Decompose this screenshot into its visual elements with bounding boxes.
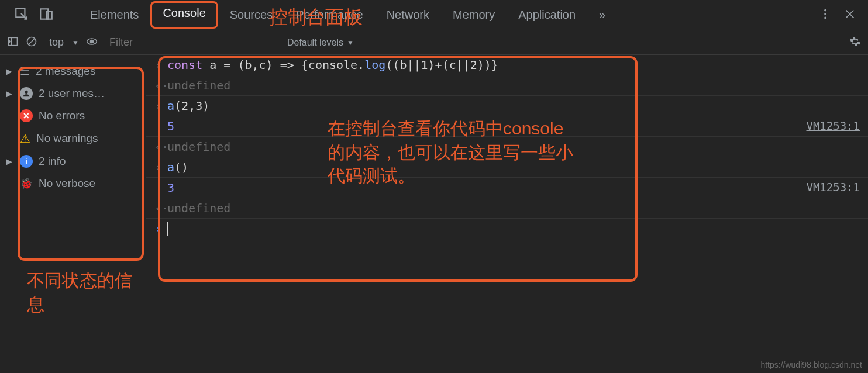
console-input-line: › const a = (b,c) => {console.log((b||1)… [146,55,868,75]
close-icon[interactable] [843,8,856,23]
tab-console[interactable]: Console [150,1,218,29]
console-log-line: 3 VM1253:1 [146,178,868,198]
sidebar-item-errors[interactable]: ✕ No errors [0,105,146,127]
settings-gear-icon[interactable] [849,36,861,50]
console-input-line: › a() [146,157,868,178]
console-prompt[interactable]: › [146,219,868,239]
warning-icon: ⚠ [20,132,30,146]
inspect-icon[interactable] [14,6,29,24]
eye-icon[interactable] [86,36,98,50]
tab-network[interactable]: Network [375,1,441,29]
console-sidebar: ▶ ☰ 2 messages ▶ 2 user mes… ✕ No errors… [0,55,146,373]
watermark: https://wudi98.blog.csdn.net [760,360,862,369]
console-output: › const a = (b,c) => {console.log((b||1)… [146,55,868,373]
console-toolbar: top ▼ Default levels ▼ [0,30,868,55]
console-return-line: ‹· undefined [146,75,868,96]
sidebar-item-label: 2 info [39,155,66,168]
context-selector[interactable]: top ▼ [44,36,79,49]
svg-point-11 [90,40,93,43]
sidebar-item-label: 2 messages [36,65,95,78]
console-input-line: › a(2,3) [146,96,868,116]
console-input[interactable] [167,222,860,236]
tab-application[interactable]: Application [507,1,587,29]
list-icon: ☰ [20,64,30,78]
source-link[interactable]: VM1253:1 [806,181,860,194]
svg-point-12 [25,91,27,94]
tab-elements[interactable]: Elements [78,1,150,29]
info-icon: i [20,155,33,168]
filter-input[interactable] [105,34,280,51]
device-toggle-icon[interactable] [39,6,54,24]
kebab-menu-icon[interactable] [819,8,832,23]
sidebar-item-verbose[interactable]: 🐞 No verbose [0,172,146,195]
sidebar-item-label: No errors [39,109,85,122]
source-link[interactable]: VM1253:1 [806,119,860,132]
console-return-line: ‹· undefined [146,137,868,157]
log-levels-selector[interactable]: Default levels ▼ [287,37,354,48]
sidebar-item-info[interactable]: ▶ i 2 info [0,150,146,172]
clear-console-icon[interactable] [26,36,37,50]
user-icon [20,87,33,100]
error-icon: ✕ [20,109,33,122]
console-return-line: ‹· undefined [146,198,868,219]
svg-point-3 [824,9,826,11]
svg-point-4 [824,13,826,15]
tab-performance[interactable]: Performance [284,1,375,29]
bug-icon: 🐞 [20,177,33,190]
tab-memory[interactable]: Memory [441,1,507,29]
devtools-tab-bar: Elements Console Sources Performance Net… [0,0,868,30]
console-log-line: 5 VM1253:1 [146,116,868,137]
svg-line-9 [29,39,35,44]
sidebar-item-label: No warnings [36,132,98,145]
sidebar-item-label: 2 user mes… [39,87,105,100]
sidebar-item-warnings[interactable]: ⚠ No warnings [0,127,146,150]
sidebar-item-messages[interactable]: ▶ ☰ 2 messages [0,60,146,82]
sidebar-toggle-icon[interactable] [7,36,19,50]
sidebar-item-label: No verbose [39,177,95,190]
tabs-overflow[interactable]: » [587,1,617,29]
svg-point-5 [824,16,826,19]
sidebar-item-user-messages[interactable]: ▶ 2 user mes… [0,82,146,105]
tab-sources[interactable]: Sources [218,1,284,29]
